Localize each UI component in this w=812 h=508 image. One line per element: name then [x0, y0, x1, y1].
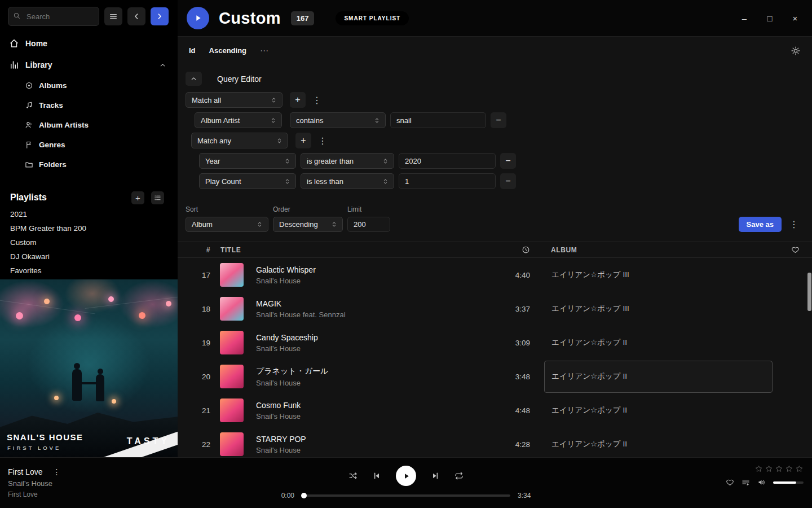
query-collapse-button[interactable]	[186, 72, 202, 86]
track-artist[interactable]: Snail's House feat. Sennzai	[256, 310, 491, 319]
sidebar-library-item[interactable]: Tracks	[0, 95, 178, 115]
playlist-item[interactable]: DJ Okawari	[0, 249, 178, 264]
now-playing-artist[interactable]: Snail's House	[8, 479, 63, 488]
volume-slider[interactable]	[773, 481, 804, 484]
sidebar-library-item[interactable]: Genres	[0, 135, 178, 155]
rule-value-input[interactable]	[399, 153, 496, 169]
nav-forward-button[interactable]	[151, 7, 169, 25]
track-album-cell[interactable]: エイリアン☆ポップ II	[544, 361, 773, 393]
save-menu-button[interactable]: ⋮	[787, 219, 801, 230]
album-column-header[interactable]: ALBUM	[544, 246, 778, 254]
next-track-button[interactable]	[431, 471, 440, 480]
save-as-button[interactable]: Save as	[739, 217, 782, 232]
track-thumbnail[interactable]	[220, 263, 244, 287]
search-input[interactable]	[8, 7, 99, 26]
previous-track-button[interactable]	[372, 471, 381, 480]
track-thumbnail[interactable]	[220, 297, 244, 321]
track-thumbnail[interactable]	[220, 432, 244, 456]
table-row[interactable]: 18 MAGIK Snail's House feat. Sennzai 3:3…	[178, 292, 812, 326]
limit-input[interactable]	[347, 217, 390, 232]
table-row[interactable]: 19 Candy Spaceship Snail's House 3:09 エイ…	[178, 326, 812, 360]
playlist-item[interactable]: BPM Greater than 200	[0, 221, 178, 235]
duration-column-header[interactable]	[522, 246, 530, 254]
remove-rule-button[interactable]: −	[500, 153, 516, 169]
star-icon[interactable]	[795, 465, 804, 473]
track-title[interactable]: MAGIK	[256, 299, 491, 308]
rule-value-input[interactable]	[390, 112, 486, 128]
queue-button[interactable]	[742, 478, 750, 487]
playlist-item[interactable]: 2021	[0, 207, 178, 221]
track-artist[interactable]: Snail's House	[256, 446, 491, 454]
table-row[interactable]: 20 プラネット・ガール Snail's House 3:48 エイリアン☆ポッ…	[178, 360, 812, 393]
close-button[interactable]: ×	[791, 14, 800, 23]
menu-button[interactable]	[104, 7, 122, 25]
now-playing-title[interactable]: First Love	[8, 467, 42, 476]
favorite-button[interactable]	[726, 478, 734, 487]
now-playing-album[interactable]: First Love	[8, 491, 63, 499]
track-title[interactable]: プラネット・ガール	[256, 366, 491, 376]
minimize-button[interactable]: –	[740, 14, 749, 23]
track-title[interactable]: STARRY POP	[256, 435, 491, 444]
scrollbar-thumb[interactable]	[807, 273, 811, 311]
play-pause-button[interactable]	[396, 466, 416, 486]
track-album-cell[interactable]: エイリアン☆ポップ III	[544, 293, 773, 325]
playlist-list-button[interactable]	[151, 191, 164, 204]
more-options-button[interactable]: ⋯	[260, 46, 270, 56]
playlist-item[interactable]: Favorites	[0, 264, 178, 278]
nav-back-button[interactable]	[127, 7, 145, 25]
now-playing-art[interactable]: SNAIL'S HOUSE FIRST LOVE TASTY	[0, 279, 178, 457]
title-column-header[interactable]: TITLE	[220, 246, 491, 254]
sidebar-item-home[interactable]: Home	[0, 33, 178, 54]
settings-gear-button[interactable]	[791, 46, 801, 56]
track-thumbnail[interactable]	[220, 365, 244, 388]
now-playing-menu-button[interactable]: ⋮	[50, 467, 63, 476]
sort-select[interactable]: Album	[186, 217, 268, 232]
rule-field-select[interactable]: Year	[199, 153, 296, 169]
track-artist[interactable]: Snail's House	[256, 344, 491, 353]
track-artist[interactable]: Snail's House	[256, 412, 491, 421]
seek-slider[interactable]	[302, 494, 510, 497]
track-thumbnail[interactable]	[220, 331, 244, 354]
group-menu-button[interactable]: ⋮	[316, 135, 329, 146]
index-column-header[interactable]: #	[178, 246, 220, 254]
rule-operator-select[interactable]: is greater than	[301, 153, 394, 169]
track-album-cell[interactable]: エイリアン☆ポップ II	[544, 428, 773, 458]
rule-field-select[interactable]: Play Count	[199, 173, 296, 189]
rule-operator-select[interactable]: is less than	[301, 173, 394, 189]
order-select[interactable]: Descending	[273, 217, 343, 232]
star-icon[interactable]	[775, 465, 783, 473]
track-title[interactable]: Candy Spaceship	[256, 333, 491, 342]
root-rule-menu-button[interactable]: ⋮	[310, 95, 324, 106]
track-artist[interactable]: Snail's House	[256, 379, 491, 387]
mute-button[interactable]	[757, 478, 766, 487]
track-title[interactable]: Cosmo Funk	[256, 401, 491, 410]
shuffle-button[interactable]	[348, 471, 358, 480]
sidebar-library-item[interactable]: Album Artists	[0, 115, 178, 135]
sort-direction-button[interactable]: Ascending	[209, 46, 246, 55]
track-title[interactable]: Galactic Whisper	[256, 265, 491, 274]
sort-field-button[interactable]: Id	[189, 46, 196, 55]
remove-rule-button[interactable]: −	[491, 112, 506, 128]
table-row[interactable]: 17 Galactic Whisper Snail's House 4:40 エ…	[178, 258, 812, 292]
star-icon[interactable]	[765, 465, 773, 473]
rule-operator-select[interactable]: contains	[290, 112, 386, 128]
star-icon[interactable]	[754, 465, 763, 473]
repeat-button[interactable]	[454, 471, 464, 480]
track-album-cell[interactable]: エイリアン☆ポップ II	[544, 395, 773, 427]
sidebar-library-item[interactable]: Folders	[0, 155, 178, 174]
track-thumbnail[interactable]	[220, 398, 244, 422]
favorite-column-header[interactable]	[791, 246, 800, 254]
rule-field-select[interactable]: Album Artist	[195, 112, 282, 128]
add-rule-button[interactable]: +	[290, 92, 306, 108]
track-album-cell[interactable]: エイリアン☆ポップ III	[544, 259, 773, 291]
remove-rule-button[interactable]: −	[500, 173, 516, 189]
add-playlist-button[interactable]: +	[131, 191, 144, 204]
track-album-cell[interactable]: エイリアン☆ポップ II	[544, 327, 773, 359]
star-icon[interactable]	[785, 465, 793, 473]
maximize-button[interactable]: □	[765, 14, 774, 23]
add-group-rule-button[interactable]: +	[295, 133, 311, 148]
table-row[interactable]: 21 Cosmo Funk Snail's House 4:48 エイリアン☆ポ…	[178, 393, 812, 427]
playlist-item[interactable]: Custom	[0, 235, 178, 249]
group-match-type-select[interactable]: Match any	[191, 133, 288, 148]
track-artist[interactable]: Snail's House	[256, 277, 491, 285]
